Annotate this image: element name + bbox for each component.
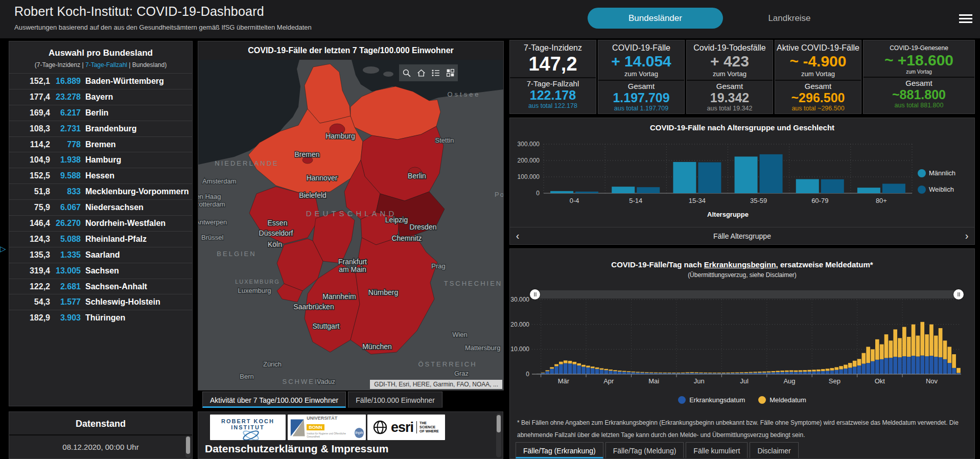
age-bar[interactable] — [550, 191, 573, 193]
map-tab-1[interactable]: Aktivität über 7 Tage/100.000 Einwohner — [202, 392, 346, 408]
age-bar[interactable] — [575, 192, 598, 193]
age-bar[interactable] — [882, 183, 905, 193]
svg-text:Aug: Aug — [783, 377, 795, 385]
svg-text:30.000: 30.000 — [510, 296, 529, 303]
bundesland-row[interactable]: 135,31.335Saarland — [9, 247, 192, 263]
bundesland-row[interactable]: 169,46.217Berlin — [9, 105, 192, 121]
age-chart[interactable]: 0100.000200.000300.0000-45-1415-3435-596… — [510, 118, 974, 227]
inzidenz-value: 54,3 — [9, 297, 50, 307]
bundesland-name: Hessen — [81, 171, 192, 180]
inzidenz-value: 146,4 — [9, 219, 50, 228]
city-label: Hannover — [307, 174, 338, 182]
city-label: Mannheim — [322, 292, 356, 301]
bundesland-name: Schleswig-Holstein — [81, 297, 192, 307]
card-title: COVID-19-Fälle — [598, 43, 684, 53]
inzidenz-value: 124,3 — [9, 235, 50, 244]
card-subvalue-label: zum Vortag — [864, 69, 974, 75]
map-canvas[interactable]: NIEDERLANDEBELGIENLUXEMBURGDEUTSCHLANDTS… — [198, 60, 503, 390]
fallzahl-value: 6.217 — [50, 108, 81, 118]
age-bar[interactable] — [698, 163, 721, 193]
svg-text:Mär: Mär — [558, 377, 570, 385]
bundesland-name: Saarland — [81, 250, 192, 260]
stat-card-aktive-faelle: Aktive COVID-19-Fälle ~ -4.900 zum Vorta… — [775, 40, 861, 114]
datenstand-scrollbar[interactable] — [185, 435, 191, 458]
pager-left-icon[interactable]: ‹ — [510, 230, 525, 242]
inzidenz-value: 114,2 — [9, 140, 50, 149]
menu-icon[interactable] — [959, 14, 972, 25]
map-attribution: GDI-TH, Esri, HERE, Garmin, FAO, NOAA, .… — [370, 380, 502, 389]
panel-collapse-arrow-icon[interactable]: ▷ — [0, 244, 6, 254]
age-bar[interactable] — [857, 188, 880, 193]
bundesland-row[interactable]: 104,91.938Hamburg — [9, 152, 192, 168]
legend-icon[interactable] — [431, 68, 440, 77]
bundesland-row[interactable]: 51,8833Mecklenburg-Vorpommern — [9, 183, 192, 199]
svg-text:Mai: Mai — [648, 377, 659, 385]
map-panel: COVID-19-Fälle der letzten 7 Tage/100.00… — [198, 41, 504, 391]
bundesland-row[interactable]: 146,426.270Nordrhein-Westfalen — [9, 215, 192, 231]
bundesland-row[interactable]: 75,96.067Niedersachsen — [9, 199, 192, 215]
header: Robert Koch-Institut: COVID-19-Dashboard… — [0, 0, 980, 39]
fallzahl-value: 1.335 — [50, 250, 81, 260]
bundeslaender-toggle-button[interactable]: Bundesländer — [588, 8, 723, 29]
daily-tab-1[interactable]: Fälle/Tag (Erkrankung) — [516, 442, 603, 458]
bundesland-row[interactable]: 152,116.889Baden-Württemberg — [9, 73, 192, 89]
germany-choropleth-map[interactable]: NIEDERLANDEBELGIENLUXEMBURGDEUTSCHLANDTS… — [198, 60, 503, 390]
svg-text:100.000: 100.000 — [518, 173, 540, 180]
pager-right-icon[interactable]: › — [959, 230, 974, 242]
city-label: Zürich — [263, 360, 282, 368]
bundesland-row[interactable]: 108,32.731Brandenburg — [9, 121, 192, 136]
bundesland-row[interactable]: 182,93.903Thüringen — [9, 310, 192, 326]
age-bar[interactable] — [612, 187, 635, 193]
impressum-heading[interactable]: Datenschutzerklärung & Impressum — [205, 443, 388, 455]
datenstand-panel: Datenstand 08.12.2020, 00:00 Uhr — [9, 411, 193, 459]
fallzahl-value: 2.681 — [50, 282, 81, 291]
card-total: aus total ~296.500 — [775, 105, 861, 112]
age-bar[interactable] — [760, 154, 783, 193]
bundesland-row[interactable]: 114,2778Bremen — [9, 136, 192, 152]
basemap-icon[interactable] — [446, 68, 455, 77]
age-bar[interactable] — [637, 187, 660, 193]
map-tab-2[interactable]: Fälle/100.000 Einwohner — [348, 392, 442, 408]
age-bar[interactable] — [735, 156, 758, 193]
card-bottom-value: ~296.500 — [775, 90, 861, 105]
city-label: Rotterdam — [198, 200, 225, 208]
daily-tab-4[interactable]: Disclaimer — [750, 442, 798, 458]
search-icon[interactable] — [402, 68, 411, 77]
age-bar[interactable] — [821, 179, 844, 193]
daily-chart[interactable]: 010.00020.00030.000MärAprMaiJunJulAugSep… — [510, 249, 974, 395]
city-label: Graz — [454, 370, 469, 377]
city-label: Bielefeld — [299, 191, 326, 199]
city-label: Essen — [268, 219, 288, 227]
footer-panel: ROBERT KOCH INSTITUT UNIVERSITÄT BONN In… — [198, 411, 503, 459]
bundesland-row[interactable]: 54,31.577Schleswig-Holstein — [9, 294, 192, 310]
page-title: Robert Koch-Institut: COVID-19-Dashboard — [14, 4, 264, 19]
city-label: Prag — [431, 262, 445, 270]
landkreise-toggle-button[interactable]: Landkreise — [751, 8, 828, 29]
bundesland-row[interactable]: 152,59.588Hessen — [9, 168, 192, 183]
daily-tab-3[interactable]: Fälle kumuliert — [686, 442, 748, 458]
card-bottom-value: 122.178 — [510, 88, 596, 102]
age-bar[interactable] — [796, 179, 819, 193]
bundesland-row[interactable]: 124,35.088Rheinland-Pfalz — [9, 231, 192, 247]
footer-scrollbar[interactable] — [496, 414, 501, 457]
bundesland-row[interactable]: 177,423.278Bayern — [9, 89, 192, 105]
datenstand-value: 08.12.2020, 00:00 Uhr — [9, 435, 192, 459]
age-bar[interactable] — [673, 162, 696, 193]
card-bottom-value: 19.342 — [687, 90, 773, 105]
rki-covid-dashboard: Robert Koch-Institut: COVID-19-Dashboard… — [0, 0, 980, 459]
fallzahl-value: 9.588 — [50, 171, 81, 180]
fallzahl-value: 778 — [50, 140, 81, 149]
home-icon[interactable] — [417, 68, 426, 77]
stat-card-covid-faelle: COVID-19-Fälle + 14.054 zum Vortag Gesam… — [598, 40, 685, 114]
inzidenz-value: 108,3 — [9, 124, 50, 133]
bundesland-row[interactable]: 122,22.681Sachsen-Anhalt — [9, 279, 192, 294]
svg-text:20.000: 20.000 — [510, 321, 529, 328]
svg-text:80+: 80+ — [876, 197, 887, 204]
daily-tab-2[interactable]: Fälle/Tag (Meldung) — [605, 442, 684, 458]
fallzahl-value: 1.577 — [50, 297, 81, 307]
bundesland-row[interactable]: 319,413.005Sachsen — [9, 263, 192, 279]
svg-text:Sep: Sep — [829, 377, 841, 385]
daily-chart-footnote: * Bei Fällen ohne Angaben zum Erkrankung… — [517, 417, 969, 441]
country-label: Po — [495, 191, 503, 198]
fallzahl-value: 3.903 — [50, 313, 81, 323]
